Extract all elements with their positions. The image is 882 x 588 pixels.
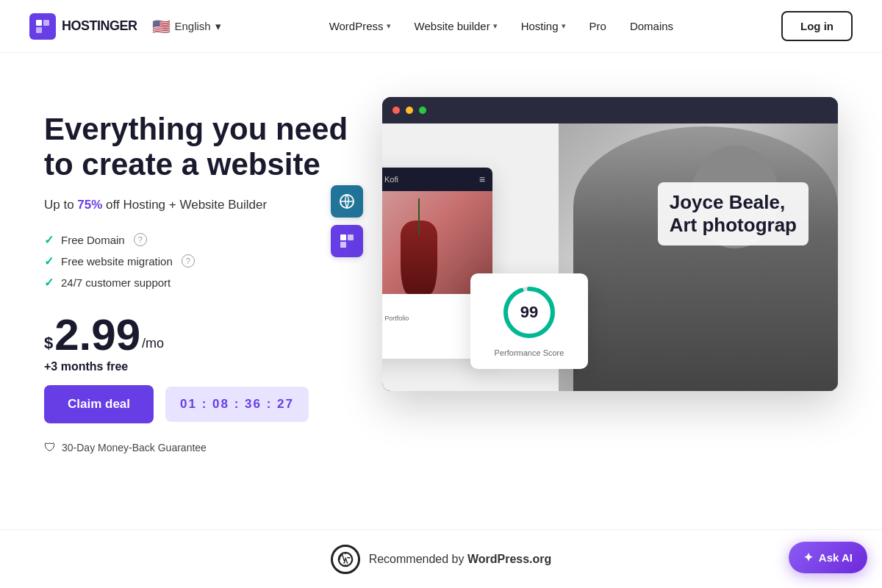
recommended-prefix: Recommended by: [369, 553, 467, 565]
feature-label: 24/7 customer support: [61, 276, 171, 289]
nav-label-hosting: Hosting: [521, 20, 559, 32]
performance-chart: 99: [500, 283, 559, 342]
price-period: /mo: [142, 336, 164, 351]
nav-label-domains: Domains: [630, 20, 673, 32]
language-selector[interactable]: 🇺🇸 English ▾: [152, 18, 221, 35]
login-button[interactable]: Log in: [781, 11, 853, 41]
nav-item-wordpress[interactable]: WordPress ▾: [319, 14, 401, 38]
browser-mockup: Joyce Beale, Art photograp Kofi ≡: [382, 97, 838, 391]
guarantee-text: 30-Day Money-Back Guarantee: [62, 442, 207, 453]
wp-org-link[interactable]: WordPress.org: [467, 553, 551, 565]
check-icon: ✓: [44, 233, 54, 247]
price-block: $ 2.99 /mo +3 months free: [44, 313, 368, 373]
bonus-text: +3 months free: [44, 360, 368, 373]
list-item: ✓ Free website migration ?: [44, 254, 368, 268]
chevron-down-icon: ▾: [562, 21, 566, 31]
browser-content: Joyce Beale, Art photograp Kofi ≡: [382, 123, 838, 391]
check-icon: ✓: [44, 254, 54, 268]
svg-rect-6: [340, 242, 346, 248]
ask-ai-label: Ask AI: [819, 551, 853, 564]
check-icon: ✓: [44, 276, 54, 290]
discount-highlight: 75%: [77, 198, 102, 212]
browser-dot-yellow: [406, 107, 413, 114]
price-value: 2.99: [54, 313, 140, 357]
info-icon[interactable]: ?: [182, 254, 195, 268]
browser-bar: [382, 97, 838, 123]
joyce-subtitle: Art photograp: [670, 214, 797, 237]
guarantee-row: 🛡 30-Day Money-Back Guarantee: [44, 441, 368, 454]
svg-rect-0: [36, 20, 42, 26]
nav-label-pro: Pro: [589, 20, 606, 32]
nav-item-domains[interactable]: Domains: [620, 14, 684, 38]
performance-score-value: 99: [520, 303, 538, 322]
hero-headline: Everything you need to create a website: [44, 112, 368, 183]
svg-rect-5: [348, 234, 354, 240]
main-content: Everything you need to create a website …: [0, 53, 882, 588]
countdown-timer: 01 : 08 : 36 : 27: [165, 387, 309, 422]
sidebar-icons: [331, 185, 363, 257]
sparkle-icon: ✦: [803, 551, 813, 564]
logo[interactable]: HOSTINGER: [29, 13, 137, 40]
ask-ai-button[interactable]: ✦ Ask AI: [789, 542, 867, 573]
browser-dot-green: [419, 107, 426, 114]
navbar: HOSTINGER 🇺🇸 English ▾ WordPress ▾ Websi…: [0, 0, 882, 53]
nav-item-website-builder[interactable]: Website builder ▾: [404, 14, 508, 38]
kofi-header: Kofi ≡: [382, 168, 492, 191]
menu-icon: ≡: [479, 173, 485, 185]
info-icon[interactable]: ?: [134, 233, 147, 246]
nav-right: Log in: [781, 11, 853, 41]
brand-name: HOSTINGER: [62, 18, 137, 34]
feature-label: Free website migration: [61, 255, 173, 268]
hero-right: 🔒 ──────.com Joyce Beale,: [382, 97, 838, 479]
price-row: $ 2.99 /mo: [44, 313, 368, 357]
wordpress-badge: [331, 545, 360, 574]
language-label: English: [175, 20, 211, 32]
flag-icon: 🇺🇸: [152, 18, 171, 35]
plant-stem: [418, 198, 420, 235]
claim-deal-button[interactable]: Claim deal: [44, 385, 154, 423]
nav-label-wordpress: WordPress: [329, 20, 384, 32]
performance-card: 99 Performance Score: [470, 273, 588, 369]
currency-symbol: $: [44, 334, 53, 353]
recommended-text: Recommended by WordPress.org: [369, 553, 552, 566]
browser-dot-red: [392, 107, 400, 114]
nav-item-pro[interactable]: Pro: [579, 14, 617, 38]
wordpress-icon: [331, 185, 363, 218]
svg-rect-1: [43, 20, 49, 26]
performance-label: Performance Score: [495, 348, 564, 359]
nav-item-hosting[interactable]: Hosting ▾: [511, 14, 576, 38]
joyce-name: Joyce Beale,: [670, 191, 797, 214]
hostinger-icon: [331, 225, 363, 257]
joyce-overlay: Joyce Beale, Art photograp: [658, 182, 808, 245]
svg-rect-4: [340, 234, 346, 240]
svg-rect-2: [36, 27, 42, 33]
person-background: [559, 123, 838, 391]
subline-prefix: Up to: [44, 198, 77, 212]
list-item: ✓ Free Domain ?: [44, 233, 368, 247]
bottom-bar: Recommended by WordPress.org: [0, 529, 882, 588]
nav-label-website-builder: Website builder: [415, 20, 490, 32]
lang-chevron-icon: ▾: [215, 20, 221, 33]
logo-icon: [29, 13, 56, 40]
kofi-title: Kofi: [382, 175, 398, 184]
hero-subline: Up to 75% off Hosting + Website Builder: [44, 198, 368, 212]
chevron-down-icon: ▾: [387, 21, 391, 31]
features-list: ✓ Free Domain ? ✓ Free website migration…: [44, 233, 368, 290]
chevron-down-icon: ▾: [493, 21, 498, 31]
list-item: ✓ 24/7 customer support: [44, 276, 368, 290]
feature-label: Free Domain: [61, 234, 125, 246]
hero-left: Everything you need to create a website …: [44, 97, 368, 454]
cta-row: Claim deal 01 : 08 : 36 : 27: [44, 385, 368, 423]
nav-menu: WordPress ▾ Website builder ▾ Hosting ▾ …: [319, 14, 684, 38]
subline-suffix: off Hosting + Website Builder: [102, 198, 267, 212]
shield-icon: 🛡: [44, 441, 56, 454]
